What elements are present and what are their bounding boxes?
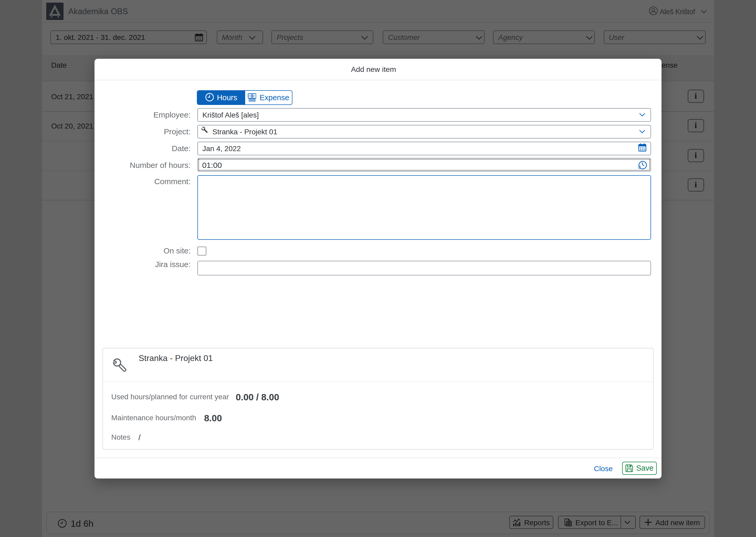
svg-text:$: $ <box>251 95 253 98</box>
